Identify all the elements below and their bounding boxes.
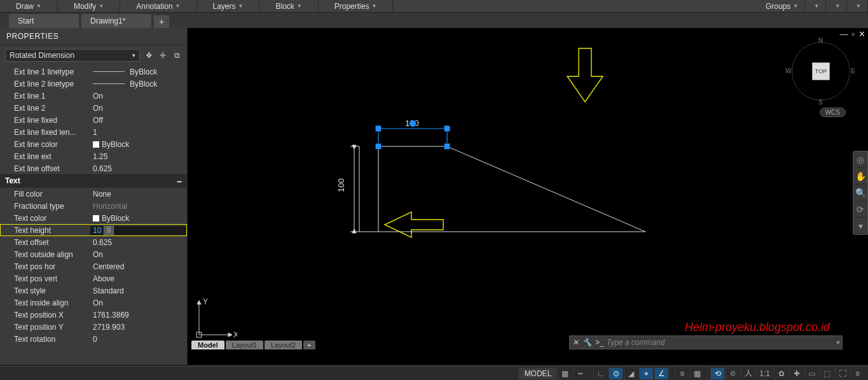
property-picker-icon[interactable]: ☰ <box>104 226 114 235</box>
property-row[interactable]: Ext line fixed len...1 <box>0 126 187 138</box>
property-row[interactable]: Text offset0.625 <box>0 236 187 248</box>
property-row[interactable]: Text pos vertAbove <box>0 272 187 285</box>
tab-start[interactable]: Start <box>9 14 79 28</box>
ribbon-groups[interactable]: Groups▼ <box>759 0 805 12</box>
ribbon-extra-2[interactable]: ▼ <box>826 0 847 12</box>
status-isolate-icon[interactable]: ▭ <box>804 368 818 379</box>
property-row[interactable]: Text position X1761.3869 <box>0 309 187 321</box>
layout-tab-2[interactable]: Layout2 <box>265 341 302 349</box>
property-value[interactable]: Horizontal <box>90 202 187 211</box>
status-lineweight-icon[interactable]: ≡ <box>675 368 689 379</box>
property-value[interactable]: ByBlock <box>90 214 187 223</box>
property-value[interactable]: On <box>90 104 187 113</box>
status-snapmode-icon[interactable]: ┅ <box>573 368 587 379</box>
property-row[interactable]: Text colorByBlock <box>0 212 187 224</box>
grip-left[interactable] <box>376 126 381 131</box>
status-hardware-icon[interactable]: ⬚ <box>820 368 834 379</box>
viewcube-top[interactable]: TOP <box>812 62 830 80</box>
property-row[interactable]: Ext line 1 linetypeByBlock <box>0 66 187 78</box>
object-type-dropdown[interactable]: Rotated Dimension▾ <box>5 49 140 62</box>
ribbon-block[interactable]: Block▼ <box>259 0 318 12</box>
grip-ext-left[interactable] <box>376 144 381 149</box>
ribbon-properties[interactable]: Properties▼ <box>319 0 394 12</box>
viewport-restore-icon[interactable]: ▫ <box>851 29 855 39</box>
command-line[interactable]: ✕ 🔧 >_ Type a command ▾ <box>569 335 843 349</box>
status-model-button[interactable]: MODEL <box>519 368 557 379</box>
status-grid-icon[interactable]: ▦ <box>558 368 572 379</box>
ribbon-modify[interactable]: Modify▼ <box>58 0 120 12</box>
viewport-minimize-icon[interactable]: — <box>839 29 848 39</box>
viewport-close-icon[interactable]: ✕ <box>858 29 865 39</box>
toggle-pickadd-icon[interactable]: ⧉ <box>172 50 182 60</box>
nav-zoom-icon[interactable]: 🔍 <box>853 185 867 201</box>
status-otrack-icon[interactable]: ∠ <box>654 368 668 379</box>
cmdline-config-icon[interactable]: 🔧 <box>581 338 593 347</box>
property-value[interactable]: 1761.3869 <box>90 311 187 320</box>
status-ortho-icon[interactable]: ∟ <box>593 368 607 379</box>
property-value[interactable]: 2719.903 <box>90 323 187 332</box>
property-row[interactable]: Text inside alignOn <box>0 297 187 309</box>
property-value[interactable]: On <box>90 92 187 101</box>
property-value[interactable]: Above <box>90 274 187 283</box>
quick-select-icon[interactable]: ❖ <box>144 50 154 60</box>
status-scale[interactable]: 1:1 <box>756 368 773 379</box>
property-row[interactable]: Ext line ext1.25 <box>0 150 187 162</box>
property-row[interactable]: Ext line 2 linetypeByBlock <box>0 78 187 90</box>
tab-drawing1[interactable]: Drawing1* <box>81 14 151 28</box>
property-value[interactable]: Centered <box>90 262 187 271</box>
drawing-viewport[interactable]: — ▫ ✕ <box>188 28 868 365</box>
nav-wheel-icon[interactable]: ◎ <box>853 151 867 168</box>
ribbon-layers[interactable]: Layers▼ <box>197 0 260 12</box>
ribbon-annotation[interactable]: Annotation▼ <box>120 0 196 12</box>
status-annomon-icon[interactable]: ✚ <box>789 368 803 379</box>
property-category-text[interactable]: Text– <box>0 174 187 188</box>
select-objects-icon[interactable]: ✛ <box>158 50 168 60</box>
property-value[interactable]: On <box>90 299 187 307</box>
status-cleanscreen-icon[interactable]: ⛶ <box>835 368 849 379</box>
property-row[interactable]: Text styleStandard <box>0 285 187 297</box>
status-iso-icon[interactable]: ◢ <box>624 368 638 379</box>
property-value[interactable]: 0.625 <box>90 164 187 173</box>
layout-tab-model[interactable]: Model <box>191 341 224 349</box>
property-value[interactable]: On <box>90 250 187 259</box>
property-row[interactable]: Ext line 2On <box>0 102 187 114</box>
status-osnap-icon[interactable]: ⌖ <box>639 368 653 379</box>
status-customize-icon[interactable]: ≡ <box>850 368 864 379</box>
property-value[interactable]: 0.625 <box>90 238 187 247</box>
status-selection-cycling-icon[interactable]: ⟲ <box>710 368 724 379</box>
property-value[interactable]: 1.25 <box>90 152 187 161</box>
ribbon-extra-1[interactable]: ▼ <box>805 0 826 12</box>
property-value[interactable]: 0 <box>90 335 187 344</box>
property-value[interactable]: 1 <box>90 128 187 137</box>
status-workspace-icon[interactable]: ✿ <box>774 368 788 379</box>
cmdline-close-icon[interactable]: ✕ <box>570 338 581 347</box>
property-value[interactable]: ByBlock <box>90 80 187 88</box>
property-row[interactable]: Ext line 1On <box>0 90 187 102</box>
ribbon-draw[interactable]: Draw▼ <box>0 0 58 12</box>
layout-tab-add[interactable]: + <box>303 341 315 349</box>
property-value[interactable]: Standard <box>90 286 187 295</box>
cmdline-recent-icon[interactable]: ▾ <box>833 338 842 347</box>
property-row[interactable]: Fill colorNone <box>0 188 187 200</box>
grip-right[interactable] <box>444 126 450 131</box>
property-row[interactable]: Ext line fixedOff <box>0 114 187 126</box>
property-row[interactable]: Text rotation0 <box>0 333 187 345</box>
property-value[interactable]: None <box>90 190 187 199</box>
viewcube[interactable]: N E S W TOP <box>789 39 853 103</box>
tab-add[interactable]: + <box>154 15 169 28</box>
property-row[interactable]: Text outside alignOn <box>0 248 187 260</box>
property-row[interactable]: Ext line colorByBlock <box>0 138 187 150</box>
property-value[interactable]: ByBlock <box>90 67 187 76</box>
grip-ext-right[interactable] <box>444 144 450 149</box>
property-row[interactable]: Ext line offset0.625 <box>0 162 187 174</box>
grip-text[interactable] <box>410 120 416 127</box>
cmdline-input[interactable]: Type a command <box>607 338 833 347</box>
status-polar-icon[interactable]: ⊙ <box>609 368 623 379</box>
property-row[interactable]: Text height10☰ <box>0 224 187 236</box>
wcs-badge[interactable]: WCS <box>820 108 846 117</box>
property-row[interactable]: Fractional typeHorizontal <box>0 200 187 212</box>
nav-orbit-icon[interactable]: ⟳ <box>853 201 867 218</box>
nav-showmotion-icon[interactable]: ▾ <box>853 218 867 234</box>
ribbon-extra-3[interactable]: ▼ <box>847 0 868 12</box>
status-annoscale-icon[interactable]: ⛭ <box>726 368 740 379</box>
